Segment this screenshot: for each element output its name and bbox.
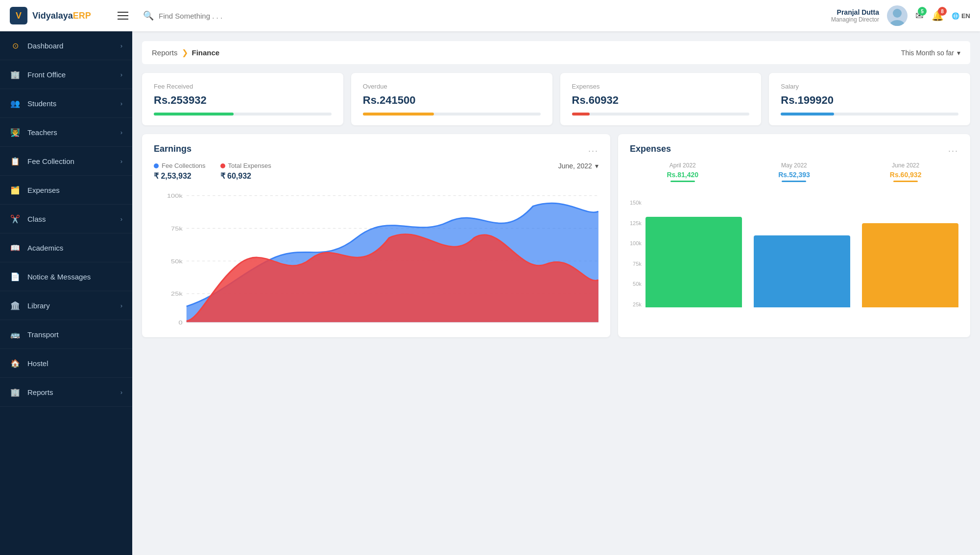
sidebar-label-students: Students bbox=[27, 99, 56, 108]
sidebar-item-left: ✂️ Class bbox=[10, 213, 46, 224]
sidebar-label-notice-messages: Notice & Messages bbox=[27, 273, 91, 281]
sidebar-label-library: Library bbox=[27, 301, 50, 310]
expenses-title: Expenses bbox=[630, 144, 671, 154]
earnings-menu[interactable]: ... bbox=[588, 144, 598, 154]
progress-bar-bg-fee-received bbox=[154, 113, 332, 116]
user-info: Pranjal Dutta Managing Director bbox=[831, 8, 879, 23]
sidebar-item-left: 📖 Academics bbox=[10, 242, 63, 253]
notif-badge: 8 bbox=[938, 7, 947, 16]
progress-bar-fill-salary bbox=[781, 113, 834, 116]
sidebar-label-hostel: Hostel bbox=[27, 359, 48, 368]
sidebar-label-transport: Transport bbox=[27, 330, 59, 339]
sidebar-item-class[interactable]: ✂️ Class › bbox=[0, 205, 132, 233]
language-button[interactable]: 🌐 EN bbox=[952, 12, 970, 20]
area-chart-container: 100k 75k 50k 25k 0 bbox=[154, 190, 598, 327]
sidebar-item-academics[interactable]: 📖 Academics bbox=[0, 233, 132, 262]
sidebar-item-hostel[interactable]: 🏠 Hostel bbox=[0, 349, 132, 378]
month-value: Rs.52,393 bbox=[741, 171, 847, 179]
expenses-chart: Expenses ... April 2022 Rs.81,420 May 20… bbox=[618, 134, 970, 337]
bar-chart-months: April 2022 Rs.81,420 May 2022 Rs.52,393 … bbox=[630, 162, 958, 182]
top-bar: Reports ❯ Finance This Month so far ▾ bbox=[142, 41, 970, 64]
sidebar-item-left: ⊙ Dashboard bbox=[10, 40, 63, 51]
expenses-menu[interactable]: ... bbox=[948, 144, 958, 154]
month-label: June 2022 bbox=[853, 162, 958, 169]
chevron-right-icon: › bbox=[120, 71, 122, 78]
breadcrumb-parent[interactable]: Reports bbox=[152, 48, 178, 57]
sidebar-item-fee-collection[interactable]: 📋 Fee Collection › bbox=[0, 147, 132, 176]
chevron-right-icon: › bbox=[120, 215, 122, 223]
stats-row: Fee Received Rs.253932 Overdue Rs.241500… bbox=[142, 73, 970, 125]
legend-value-fee-collections: ₹ 2,53,932 bbox=[154, 171, 206, 181]
sidebar-item-library[interactable]: 🏛️ Library › bbox=[0, 291, 132, 320]
sidebar-label-fee-collection: Fee Collection bbox=[27, 157, 74, 165]
sidebar-item-notice-messages[interactable]: 📄 Notice & Messages bbox=[0, 262, 132, 291]
sidebar-icon-notice-messages: 📄 bbox=[10, 271, 21, 282]
stat-value-expenses: Rs.60932 bbox=[572, 94, 750, 107]
progress-bar-bg-expenses bbox=[572, 113, 750, 116]
chevron-right-icon: › bbox=[120, 302, 122, 309]
sidebar-item-left: 🏢 Front Office bbox=[10, 69, 66, 80]
topnav-right: Pranjal Dutta Managing Director ✉ 5 🔔 8 … bbox=[831, 5, 970, 26]
sidebar-label-reports: Reports bbox=[27, 388, 53, 396]
sidebar-item-reports[interactable]: 🏢 Reports › bbox=[0, 378, 132, 407]
stat-label-fee-received: Fee Received bbox=[154, 83, 332, 90]
chevron-right-icon: › bbox=[120, 129, 122, 136]
svg-text:50k: 50k bbox=[171, 258, 183, 264]
legend-text-fee-collections: Fee Collections bbox=[162, 162, 206, 169]
legend-value-total-expenses: ₹ 60,932 bbox=[220, 171, 271, 181]
sidebar-item-teachers[interactable]: 👨‍🏫 Teachers › bbox=[0, 118, 132, 147]
area-chart-svg: 100k 75k 50k 25k 0 bbox=[154, 190, 598, 327]
svg-point-3 bbox=[890, 20, 905, 26]
sidebar-icon-academics: 📖 bbox=[10, 242, 21, 253]
main-layout: ⊙ Dashboard › 🏢 Front Office › 👥 Student… bbox=[0, 31, 980, 555]
user-name: Pranjal Dutta bbox=[831, 8, 879, 16]
earnings-legend: Fee Collections ₹ 2,53,932 Total Expense… bbox=[154, 162, 598, 181]
sidebar-item-transport[interactable]: 🚌 Transport bbox=[0, 320, 132, 349]
avatar bbox=[887, 5, 908, 26]
earnings-title: Earnings bbox=[154, 144, 191, 154]
sidebar: ⊙ Dashboard › 🏢 Front Office › 👥 Student… bbox=[0, 31, 132, 555]
breadcrumb: Reports ❯ Finance bbox=[152, 48, 219, 57]
sidebar-item-left: 🏛️ Library bbox=[10, 300, 50, 311]
breadcrumb-current: Finance bbox=[192, 48, 220, 57]
sidebar-item-front-office[interactable]: 🏢 Front Office › bbox=[0, 60, 132, 89]
bar-month-col: May 2022 Rs.52,393 bbox=[741, 162, 847, 182]
sidebar-item-left: 🗂️ Expenses bbox=[10, 185, 60, 195]
hamburger-menu[interactable] bbox=[118, 12, 128, 20]
bar-month-col: April 2022 Rs.81,420 bbox=[630, 162, 736, 182]
stat-value-salary: Rs.199920 bbox=[781, 94, 958, 107]
progress-bar-fill-fee-received bbox=[154, 113, 234, 116]
legend-text-total-expenses: Total Expenses bbox=[228, 162, 271, 169]
bar-group bbox=[754, 235, 850, 307]
bar-group bbox=[862, 223, 958, 307]
sidebar-icon-front-office: 🏢 bbox=[10, 69, 21, 80]
sidebar-icon-teachers: 👨‍🏫 bbox=[10, 127, 21, 138]
breadcrumb-separator: ❯ bbox=[182, 48, 188, 57]
sidebar-item-expenses[interactable]: 🗂️ Expenses bbox=[0, 176, 132, 205]
month-underline bbox=[782, 181, 806, 182]
sidebar-icon-dashboard: ⊙ bbox=[10, 40, 21, 51]
month-value: Rs.60,932 bbox=[853, 171, 958, 179]
svg-text:0: 0 bbox=[179, 319, 183, 325]
bar-month-col: June 2022 Rs.60,932 bbox=[853, 162, 958, 182]
sidebar-item-students[interactable]: 👥 Students › bbox=[0, 89, 132, 118]
search-area: 🔍 bbox=[143, 10, 816, 21]
chevron-right-icon: › bbox=[120, 42, 122, 49]
sidebar-item-left: 📋 Fee Collection bbox=[10, 156, 74, 166]
search-input[interactable] bbox=[159, 12, 816, 20]
bar-chart: 150k 125k 100k 75k 50k 25k bbox=[630, 190, 958, 307]
chevron-right-icon: › bbox=[120, 158, 122, 165]
sidebar-item-dashboard[interactable]: ⊙ Dashboard › bbox=[0, 31, 132, 60]
month-selector[interactable]: June, 2022 ▾ bbox=[558, 162, 598, 170]
month-underline bbox=[893, 181, 918, 182]
mail-button[interactable]: ✉ 5 bbox=[915, 10, 924, 22]
notification-button[interactable]: 🔔 8 bbox=[932, 10, 944, 22]
filter-button[interactable]: This Month so far ▾ bbox=[901, 49, 960, 57]
progress-bar-fill-overdue bbox=[363, 113, 434, 116]
sidebar-label-dashboard: Dashboard bbox=[27, 42, 63, 50]
progress-bar-fill-expenses bbox=[572, 113, 590, 116]
svg-text:25k: 25k bbox=[171, 291, 183, 297]
stat-value-overdue: Rs.241500 bbox=[363, 94, 541, 107]
chevron-right-icon: › bbox=[120, 389, 122, 396]
sidebar-icon-library: 🏛️ bbox=[10, 300, 21, 311]
